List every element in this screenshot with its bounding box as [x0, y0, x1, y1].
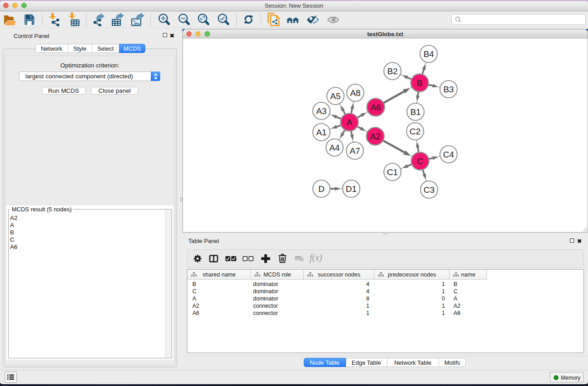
- svg-text:B1: B1: [410, 107, 421, 117]
- svg-text:B4: B4: [423, 49, 434, 59]
- svg-text:C3: C3: [424, 185, 435, 195]
- svg-text:B: B: [417, 78, 423, 88]
- svg-text:A: A: [347, 118, 353, 127]
- svg-text:B3: B3: [443, 85, 454, 94]
- svg-text:C4: C4: [443, 150, 454, 159]
- svg-text:A5: A5: [330, 91, 340, 101]
- svg-text:A6: A6: [370, 103, 381, 112]
- svg-text:A3: A3: [316, 106, 326, 116]
- svg-text:A4: A4: [329, 143, 340, 152]
- svg-text:C2: C2: [410, 127, 421, 136]
- svg-text:B2: B2: [387, 67, 397, 76]
- svg-text:D: D: [318, 184, 325, 194]
- svg-text:C1: C1: [387, 167, 398, 177]
- svg-text:A7: A7: [349, 146, 360, 156]
- svg-text:A2: A2: [370, 132, 380, 141]
- svg-text:A1: A1: [316, 128, 326, 137]
- svg-text:C: C: [417, 157, 423, 166]
- svg-text:D1: D1: [346, 184, 357, 194]
- svg-text:A8: A8: [350, 88, 360, 98]
